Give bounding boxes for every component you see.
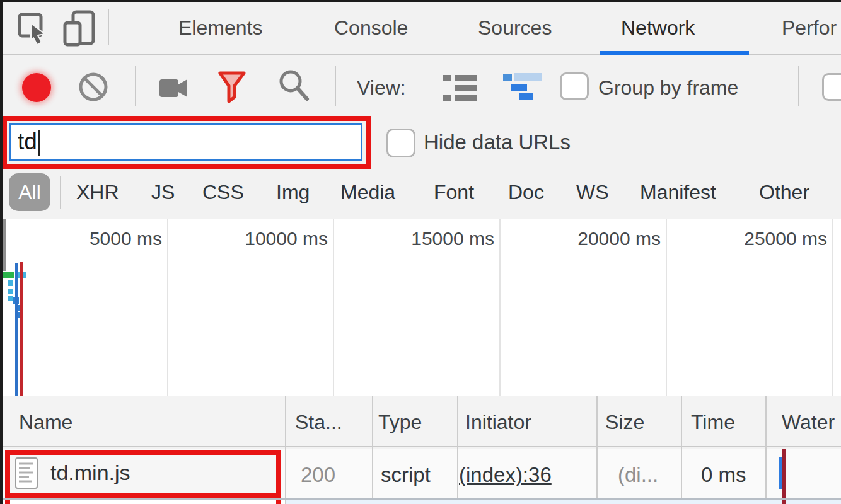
column-divider[interactable] bbox=[285, 396, 286, 504]
filter-funnel-icon[interactable] bbox=[218, 71, 246, 105]
toolbar-separator bbox=[335, 66, 336, 106]
filter-separator bbox=[60, 176, 61, 209]
toolbar-separator bbox=[135, 66, 136, 106]
selected-row-highlight bbox=[286, 500, 841, 504]
column-header-initiator[interactable]: Initiator bbox=[465, 411, 531, 434]
annotation-box-row2-edge bbox=[5, 500, 10, 504]
column-divider[interactable] bbox=[596, 396, 598, 504]
device-toolbar-icon[interactable] bbox=[63, 10, 96, 47]
devtools-tab-bar: Elements Console Sources Network Perfor bbox=[0, 0, 841, 55]
search-icon[interactable] bbox=[277, 68, 311, 105]
overview-request-dash bbox=[8, 289, 13, 294]
view-label: View: bbox=[357, 76, 406, 100]
tab-sources[interactable]: Sources bbox=[478, 16, 552, 40]
hide-data-urls-label: Hide data URLs bbox=[424, 130, 571, 154]
inspect-element-icon[interactable] bbox=[18, 13, 52, 45]
type-filter-media[interactable]: Media bbox=[340, 181, 395, 204]
annotation-box-row-name bbox=[5, 450, 281, 498]
timeline-tick-label: 10000 ms bbox=[169, 228, 328, 249]
request-name[interactable]: td.min.js bbox=[50, 461, 130, 485]
column-header-status[interactable]: Sta... bbox=[295, 411, 342, 434]
overview-request-bar-green bbox=[2, 272, 14, 278]
toolbar-separator bbox=[108, 9, 109, 45]
timeline-tick-label: 15000 ms bbox=[335, 228, 494, 249]
overview-request-dash bbox=[8, 296, 13, 301]
group-by-frame-checkbox[interactable] bbox=[560, 72, 589, 100]
annotation-box-row2-edge bbox=[276, 500, 281, 504]
row-divider bbox=[0, 498, 841, 500]
preserve-log-checkbox[interactable] bbox=[822, 73, 841, 101]
text-caret bbox=[38, 130, 40, 156]
list-view-icon[interactable] bbox=[443, 74, 478, 102]
column-header-waterfall[interactable]: Water bbox=[782, 411, 835, 434]
hide-data-urls-checkbox[interactable] bbox=[386, 129, 415, 158]
overview-request-dash bbox=[8, 280, 13, 286]
timeline-tick-label: 20000 ms bbox=[502, 228, 661, 249]
request-type[interactable]: script bbox=[381, 463, 431, 487]
type-filter-ws[interactable]: WS bbox=[576, 181, 609, 204]
timeline-tick-label: 5000 ms bbox=[3, 228, 162, 249]
column-divider[interactable] bbox=[372, 396, 373, 504]
type-filter-css[interactable]: CSS bbox=[202, 181, 244, 204]
timeline-gridline bbox=[333, 219, 334, 396]
filter-input[interactable]: td bbox=[9, 123, 362, 161]
timeline-gridline bbox=[167, 219, 168, 396]
group-by-frame-label: Group by frame bbox=[598, 76, 738, 100]
column-divider[interactable] bbox=[681, 396, 682, 504]
clear-icon[interactable] bbox=[77, 71, 110, 103]
tab-network[interactable]: Network bbox=[621, 16, 695, 40]
load-event-line bbox=[20, 262, 23, 396]
type-filter-xhr[interactable]: XHR bbox=[76, 181, 119, 204]
type-filter-all[interactable]: All bbox=[9, 173, 50, 211]
column-header-name[interactable]: Name bbox=[19, 411, 72, 434]
toolbar-separator bbox=[798, 66, 799, 106]
tab-elements[interactable]: Elements bbox=[178, 16, 262, 40]
window-edge bbox=[0, 0, 3, 504]
screenshot-camera-icon[interactable] bbox=[159, 76, 189, 101]
filter-input-value: td bbox=[18, 129, 37, 154]
tab-console[interactable]: Console bbox=[334, 16, 408, 40]
active-tab-underline bbox=[600, 51, 749, 55]
waterfall-view-icon[interactable] bbox=[503, 73, 543, 103]
request-status[interactable]: 200 bbox=[301, 463, 335, 487]
type-filter-js[interactable]: JS bbox=[151, 181, 175, 204]
type-filter-manifest[interactable]: Manifest bbox=[640, 181, 716, 204]
dom-content-loaded-line bbox=[15, 263, 18, 396]
column-header-size[interactable]: Size bbox=[605, 411, 644, 434]
column-header-type[interactable]: Type bbox=[378, 411, 422, 434]
timeline-gridline bbox=[499, 219, 501, 396]
request-size[interactable]: (di... bbox=[618, 463, 658, 487]
request-initiator-link[interactable]: (index):36 bbox=[459, 463, 552, 487]
timeline-overview[interactable]: 5000 ms 10000 ms 15000 ms 20000 ms 25000… bbox=[0, 219, 841, 397]
record-button[interactable] bbox=[22, 73, 51, 102]
timeline-tick-label: 25000 ms bbox=[668, 228, 827, 249]
timeline-gridline bbox=[666, 219, 667, 396]
type-filter-other[interactable]: Other bbox=[759, 181, 809, 204]
type-filter-font[interactable]: Font bbox=[434, 181, 474, 204]
window-edge bbox=[0, 0, 841, 2]
type-filter-img[interactable]: Img bbox=[276, 181, 310, 204]
script-file-icon bbox=[15, 457, 38, 489]
column-divider[interactable] bbox=[457, 396, 458, 504]
waterfall-load-mark bbox=[782, 449, 786, 504]
type-filter-doc[interactable]: Doc bbox=[508, 181, 544, 204]
request-time[interactable]: 0 ms bbox=[701, 463, 746, 487]
column-header-time[interactable]: Time bbox=[691, 411, 735, 434]
tab-performance[interactable]: Perfor bbox=[782, 16, 837, 40]
timeline-gridline bbox=[832, 219, 833, 396]
column-divider[interactable] bbox=[765, 396, 767, 504]
